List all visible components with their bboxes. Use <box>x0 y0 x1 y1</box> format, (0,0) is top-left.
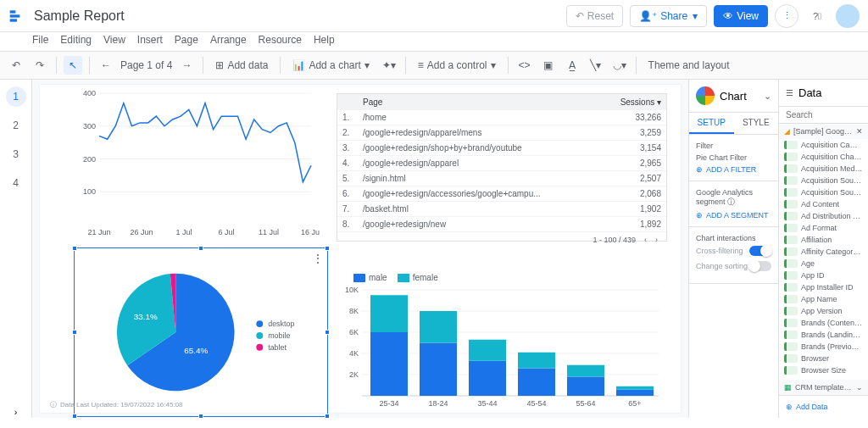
chart-menu-button[interactable]: ⋮ <box>312 252 324 265</box>
table-row[interactable]: 1./home33,266 <box>337 110 666 125</box>
selection-tool[interactable]: ↖ <box>64 56 82 75</box>
table-prev-button[interactable]: ‹ <box>644 236 647 244</box>
page-thumb-2[interactable]: 2 <box>6 115 26 136</box>
menu-page[interactable]: Page <box>175 34 198 46</box>
field-item[interactable]: Brands (Previous ... <box>779 341 868 353</box>
svg-text:25-34: 25-34 <box>379 399 398 408</box>
table-row[interactable]: 3./google+redesign/shop+by+brand/youtube… <box>337 141 666 156</box>
menu-file[interactable]: File <box>32 34 48 46</box>
next-page-button[interactable]: → <box>177 56 196 75</box>
table-next-button[interactable]: › <box>655 236 658 244</box>
text-button[interactable]: A̲ <box>563 56 581 75</box>
field-item[interactable]: Age <box>779 258 868 270</box>
report-title[interactable]: Sample Report <box>34 8 125 24</box>
table-row[interactable]: 6./google+redesign/accessories/google+ca… <box>337 186 666 202</box>
svg-text:65.4%: 65.4% <box>184 346 208 355</box>
field-item[interactable]: App Name <box>779 293 868 305</box>
change-sorting-toggle[interactable] <box>749 261 771 271</box>
pie-chart-selected[interactable]: ⋮ 65.4%33.1%desktopmobiletablet <box>74 247 328 417</box>
add-filter-button[interactable]: ⊕ADD A FILTER <box>696 165 771 174</box>
image-button[interactable]: ▣ <box>539 56 558 75</box>
page-indicator[interactable]: Page 1 of 4 <box>120 59 172 71</box>
user-avatar[interactable] <box>836 4 860 28</box>
table-row[interactable]: 8./google+redesign/new1,892 <box>337 217 666 232</box>
field-item[interactable]: Acquisition Camp... <box>779 139 868 151</box>
svg-text:18-24: 18-24 <box>428 399 448 408</box>
toolbar: ↶ ↷ ↖ ← Page 1 of 4 → ⊞Add data 📊Add a c… <box>0 51 868 80</box>
field-item[interactable]: App Version <box>779 305 868 317</box>
hide-pages-button[interactable]: › <box>7 403 25 421</box>
line-chart[interactable]: 10020030040021 Jun26 Jun1 Jul6 Jul11 Jul… <box>74 89 320 242</box>
field-item[interactable]: Brands (Content G... <box>779 317 868 329</box>
field-item[interactable]: Ad Content <box>779 198 868 210</box>
svg-rect-1 <box>10 14 20 17</box>
add-control-button[interactable]: ≡Add a control▾ <box>413 57 501 74</box>
theme-layout-button[interactable]: Theme and layout <box>643 57 735 74</box>
svg-text:300: 300 <box>83 122 96 131</box>
field-item[interactable]: Brands (Landing ... <box>779 329 868 341</box>
table-row[interactable]: 2./google+redesign/apparel/mens3,259 <box>337 125 666 141</box>
canvas[interactable]: 10020030040021 Jun26 Jun1 Jul6 Jul11 Jul… <box>32 80 688 418</box>
menu-resource[interactable]: Resource <box>259 34 302 46</box>
svg-text:desktop: desktop <box>268 320 294 328</box>
field-item[interactable]: Browser <box>779 353 868 364</box>
add-data-source-button[interactable]: ⊕Add Data <box>786 403 861 411</box>
table-row[interactable]: 5./signin.html2,507 <box>337 171 666 186</box>
table-row[interactable]: 7./basket.html1,902 <box>337 202 666 217</box>
svg-text:6K: 6K <box>349 328 359 336</box>
prev-page-button[interactable]: ← <box>97 56 115 75</box>
share-button[interactable]: 👤⁺Share▾ <box>630 5 707 27</box>
reset-button[interactable]: ↶Reset <box>566 5 623 27</box>
field-item[interactable]: Ad Format <box>779 222 868 234</box>
filter-section-label: Filter <box>696 142 771 150</box>
add-data-button[interactable]: ⊞Add data <box>210 57 273 74</box>
field-item[interactable]: Acquisition Chann... <box>779 151 868 163</box>
col-page[interactable]: Page <box>363 97 619 107</box>
col-sessions[interactable]: Sessions ▾ <box>619 97 661 107</box>
field-item[interactable]: App Installer ID <box>779 281 868 293</box>
view-button[interactable]: 👁View <box>714 5 768 27</box>
svg-text:2K: 2K <box>349 370 359 379</box>
page-thumb-1[interactable]: 1 <box>6 86 26 107</box>
more-options-button[interactable]: ⋮ <box>775 4 798 28</box>
cross-filtering-toggle[interactable] <box>749 246 771 256</box>
redo-button[interactable]: ↷ <box>31 56 49 75</box>
add-segment-button[interactable]: ⊕ADD A SEGMENT <box>696 211 771 220</box>
community-viz-button[interactable]: ✦▾ <box>380 56 398 75</box>
line-button[interactable]: ╲▾ <box>587 56 605 75</box>
chart-type-chevron-icon[interactable]: ⌄ <box>764 91 771 102</box>
field-item[interactable]: Affinity Category (... <box>779 246 868 258</box>
field-item[interactable]: Acquisition Sourc... <box>779 186 868 198</box>
menu-insert[interactable]: Insert <box>137 34 163 46</box>
data-source-item-2[interactable]: ▦CRM template - ...⌄ <box>779 380 868 395</box>
svg-rect-52 <box>616 386 654 390</box>
page-thumb-3[interactable]: 3 <box>6 144 26 164</box>
page-thumb-4[interactable]: 4 <box>6 173 26 193</box>
bar-chart[interactable]: malefemale 2K4K6K8K10K25-3418-2435-4445-… <box>337 273 667 417</box>
undo-button[interactable]: ↶ <box>7 56 25 75</box>
add-chart-button[interactable]: 📊Add a chart▾ <box>287 57 374 74</box>
shape-button[interactable]: ◡▾ <box>610 56 629 75</box>
field-item[interactable]: Browser Size <box>779 364 868 376</box>
table-row[interactable]: 4./google+redesign/apparel2,965 <box>337 156 666 171</box>
field-item[interactable]: Affiliation <box>779 234 868 246</box>
table-chart[interactable]: Page Sessions ▾ 1./home33,2662./google+r… <box>337 93 667 242</box>
menu-arrange[interactable]: Arrange <box>210 34 247 46</box>
field-search-input[interactable] <box>786 110 861 120</box>
field-item[interactable]: Ad Distribution Ne... <box>779 210 868 222</box>
field-item[interactable]: Acquisition Source <box>779 175 868 186</box>
field-item[interactable]: Acquisition Mediu... <box>779 163 868 175</box>
svg-rect-49 <box>567 365 604 377</box>
field-item[interactable]: App ID <box>779 270 868 281</box>
style-tab[interactable]: STYLE <box>734 113 779 134</box>
menu-view[interactable]: View <box>103 34 125 46</box>
setup-tab[interactable]: SETUP <box>689 113 734 134</box>
data-source-item[interactable]: ◢[Sample] Google ...✕ <box>779 124 868 139</box>
embed-button[interactable]: <> <box>515 56 534 75</box>
menu-help[interactable]: Help <box>314 34 335 46</box>
interactions-label: Chart interactions <box>696 234 771 242</box>
help-button[interactable]: ?⃝ <box>805 4 829 28</box>
chart-properties-panel: Chart ⌄ SETUP STYLE Filter Pie Chart Fil… <box>688 80 778 418</box>
chart-type-icon[interactable] <box>696 86 715 105</box>
menu-editing[interactable]: Editing <box>60 34 92 46</box>
